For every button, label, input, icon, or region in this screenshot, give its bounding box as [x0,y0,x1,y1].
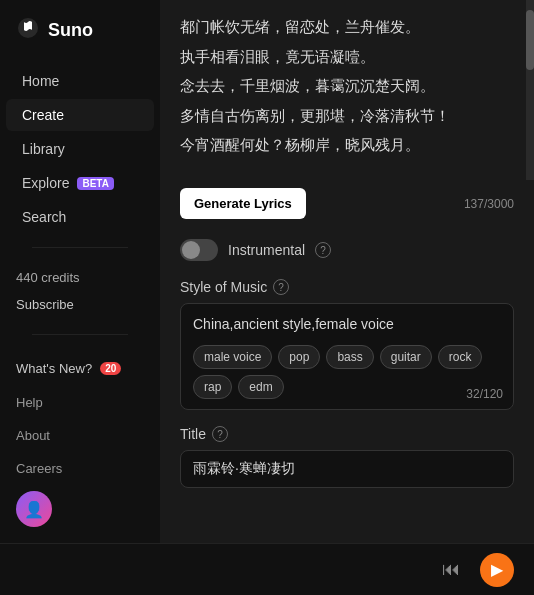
sidebar: Suno Home Create Library Explore BETA Se… [0,0,160,543]
lyrics-line-4: 多情自古伤离别，更那堪，冷落清秋节！ [180,103,514,129]
play-icon: ▶ [491,560,503,579]
sidebar-item-search[interactable]: Search [6,201,154,233]
play-button[interactable]: ▶ [480,553,514,587]
style-tag-6[interactable]: edm [238,375,283,399]
style-section-label: Style of Music [180,279,267,295]
style-tag-5[interactable]: rap [193,375,232,399]
lyrics-char-count: 137/3000 [464,197,514,211]
sidebar-item-library[interactable]: Library [6,133,154,165]
instrumental-label: Instrumental [228,242,305,258]
lyrics-area[interactable]: 都门帐饮无绪，留恋处，兰舟催发。 执手相看泪眼，竟无语凝噎。 念去去，千里烟波，… [160,0,534,180]
style-section-header: Style of Music ? [160,275,534,303]
lyrics-line-2: 执手相看泪眼，竟无语凝噎。 [180,44,514,70]
subscribe-button[interactable]: Subscribe [16,297,144,312]
style-tag-4[interactable]: rock [438,345,483,369]
sidebar-item-label: Search [22,209,66,225]
divider [32,247,128,248]
style-tags: male voice pop bass guitar rock rap edm [193,345,501,399]
title-section: Title ? [160,422,534,496]
user-avatar[interactable]: 👤 [16,491,52,527]
main-content: 都门帐饮无绪，留恋处，兰舟催发。 执手相看泪眼，竟无语凝噎。 念去去，千里烟波，… [160,0,534,543]
beta-badge: BETA [77,177,113,190]
style-tag-3[interactable]: guitar [380,345,432,369]
style-text[interactable]: China,ancient style,female voice [193,314,501,335]
style-char-count: 32/120 [466,387,503,401]
bottom-player: ⏮ ▶ [0,543,534,595]
title-header: Title ? [180,426,514,442]
skip-back-icon: ⏮ [442,559,460,580]
instrumental-toggle[interactable] [180,239,218,261]
lyrics-scrollbar[interactable] [526,0,534,180]
sidebar-bottom: 440 credits Subscribe What's New? 20 Hel… [0,237,160,527]
style-help-icon[interactable]: ? [273,279,289,295]
notification-badge: 20 [100,362,121,375]
sidebar-item-label: Create [22,107,64,123]
logo: Suno [0,16,160,65]
sidebar-item-create[interactable]: Create [6,99,154,131]
generate-lyrics-button[interactable]: Generate Lyrics [180,188,306,219]
sidebar-item-label: Explore [22,175,69,191]
sidebar-item-explore[interactable]: Explore BETA [6,167,154,199]
sidebar-nav: Home Create Library Explore BETA Search [0,65,160,233]
instrumental-help-icon[interactable]: ? [315,242,331,258]
help-link[interactable]: Help [16,392,144,413]
lyrics-line-3: 念去去，千里烟波，暮霭沉沉楚天阔。 [180,73,514,99]
style-tag-0[interactable]: male voice [193,345,272,369]
title-input[interactable] [180,450,514,488]
style-input-area[interactable]: China,ancient style,female voice male vo… [180,303,514,410]
style-tag-2[interactable]: bass [326,345,373,369]
divider-2 [32,334,128,335]
whats-new-item[interactable]: What's New? 20 [16,357,144,380]
lyrics-container: 都门帐饮无绪，留恋处，兰舟催发。 执手相看泪眼，竟无语凝噎。 念去去，千里烟波，… [160,0,534,180]
whats-new-label: What's New? [16,361,92,376]
careers-link[interactable]: Careers [16,458,144,479]
style-tag-1[interactable]: pop [278,345,320,369]
title-label: Title [180,426,206,442]
toggle-knob [182,241,200,259]
generate-row: Generate Lyrics 137/3000 [160,180,534,231]
scrollbar-thumb [526,10,534,70]
sidebar-item-label: Home [22,73,59,89]
skip-back-button[interactable]: ⏮ [434,553,468,587]
logo-text: Suno [48,20,93,41]
sidebar-item-label: Library [22,141,65,157]
about-link[interactable]: About [16,425,144,446]
lyrics-line-5: 今宵酒醒何处？杨柳岸，晓风残月。 [180,132,514,158]
avatar-icon: 👤 [24,500,44,519]
sidebar-item-home[interactable]: Home [6,65,154,97]
title-help-icon[interactable]: ? [212,426,228,442]
lyrics-line-1: 都门帐饮无绪，留恋处，兰舟催发。 [180,14,514,40]
logo-icon [16,16,40,45]
credits-text: 440 credits [16,270,144,285]
instrumental-row: Instrumental ? [160,231,534,275]
